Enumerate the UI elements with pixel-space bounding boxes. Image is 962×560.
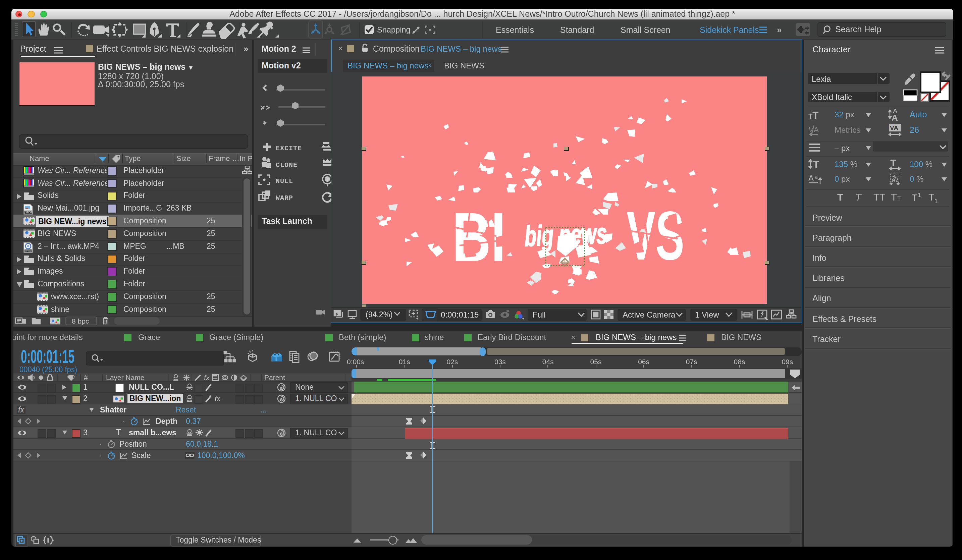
svg-text:あ: あ (891, 174, 898, 182)
svg-text:T: T (809, 113, 812, 119)
svg-text:WARP: WARP (276, 194, 293, 202)
svg-text:Parent: Parent (264, 373, 285, 381)
svg-text:#: # (84, 373, 88, 381)
svg-text:A: A (809, 174, 814, 183)
svg-text:Essentials: Essentials (496, 25, 534, 34)
svg-text:Active Camera: Active Camera (623, 310, 676, 319)
svg-text:CLONE: CLONE (276, 161, 297, 169)
svg-text:00040 (25.00 fps): 00040 (25.00 fps) (19, 366, 77, 374)
svg-text:EXCITE: EXCITE (276, 145, 302, 152)
svg-text:NULL: NULL (276, 178, 293, 185)
svg-text:Small Screen: Small Screen (621, 25, 670, 34)
svg-text:A: A (891, 113, 898, 122)
svg-text:MPEG: MPEG (25, 249, 32, 252)
svg-text:big news: big news (524, 217, 607, 252)
svg-text:VA: VA (890, 124, 898, 131)
svg-text:fx: fx (204, 374, 210, 381)
svg-text:T: T (812, 110, 818, 119)
svg-text:1 View: 1 View (695, 310, 719, 319)
svg-text:JPEG: JPEG (25, 211, 32, 214)
svg-text:Sidekick Panels: Sidekick Panels (700, 25, 759, 34)
svg-text:0:00:01:15: 0:00:01:15 (441, 310, 479, 319)
svg-text:Layer Name: Layer Name (106, 373, 144, 381)
svg-text:T: T (890, 158, 896, 168)
svg-text:Search Help: Search Help (835, 24, 881, 34)
svg-text:Full: Full (533, 310, 546, 319)
svg-text:Snapping: Snapping (377, 26, 410, 34)
svg-text:»: » (777, 25, 781, 35)
svg-text:(94.2%): (94.2%) (366, 310, 393, 319)
svg-text:0:00:01:15: 0:00:01:15 (21, 349, 74, 366)
svg-text:a: a (814, 174, 818, 181)
svg-text:A: A (814, 126, 819, 134)
svg-text:8 bpc: 8 bpc (72, 317, 89, 324)
svg-text:Standard: Standard (560, 25, 594, 34)
svg-text:T: T (813, 159, 819, 169)
